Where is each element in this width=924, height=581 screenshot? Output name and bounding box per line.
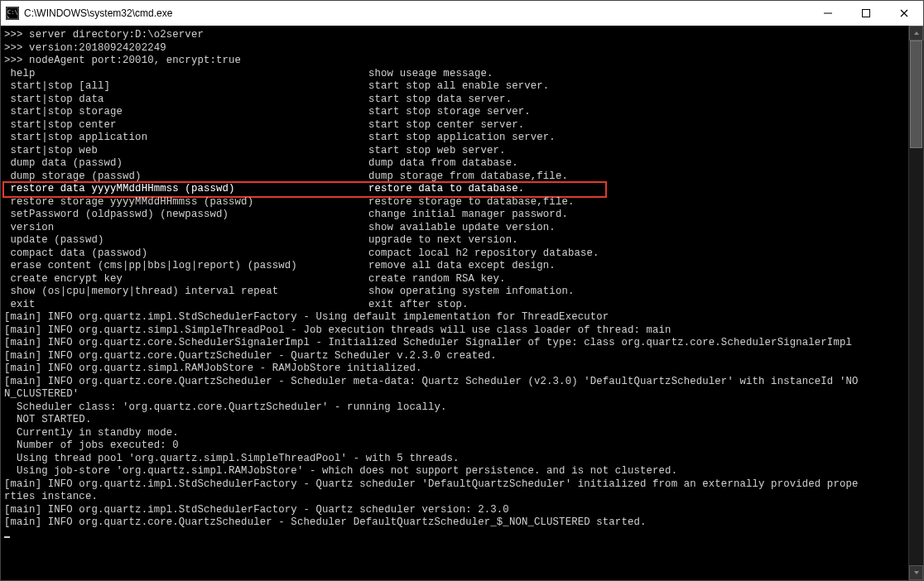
help-cmd: create encrypt key [4,273,368,286]
prompt-line: >>> nodeAgent port:20010, encrypt:true [4,55,905,68]
help-row: update (passwd) upgrade to next version. [4,234,905,247]
help-desc: start stop all enable server. [368,80,549,94]
help-desc: restore data to database. [368,183,524,196]
help-desc: start stop storage server. [368,106,531,119]
help-desc: compact local h2 repository database. [368,247,599,261]
console-area: >>> server directory:D:\o2server>>> vers… [1,26,923,580]
help-row: start|stop storage start stop storage se… [4,106,905,119]
help-desc: start stop center server. [368,119,524,132]
help-cmd: update (passwd) [4,234,368,247]
maximize-button[interactable] [847,1,885,26]
window-title: C:\WINDOWS\system32\cmd.exe [24,7,809,19]
help-row: start|stop application start stop applic… [4,132,905,145]
help-cmd: version [4,222,368,235]
help-row: help show useage message. [4,68,905,81]
help-row: compact data (passwod) compact local h2 … [4,247,905,261]
scroll-up-button[interactable] [909,26,923,41]
help-row: restore data yyyyMMddHHmmss (passwd) res… [4,183,905,196]
log-line: [main] INFO org.quartz.simpl.SimpleThrea… [4,324,905,338]
log-line: [main] INFO org.quartz.simpl.RAMJobStore… [4,363,905,376]
help-desc: show useage message. [368,68,493,81]
close-button[interactable] [885,1,923,26]
log-line: rties instance. [4,491,905,504]
help-cmd: setPassword (oldpasswd) (newpasswd) [4,209,368,222]
scroll-thumb[interactable] [910,41,922,148]
help-desc: start stop data server. [368,94,512,107]
log-line: Number of jobs executed: 0 [4,439,905,453]
log-line: NOT STARTED. [4,414,905,427]
help-row: start|stop web start stop web server. [4,145,905,158]
help-row: start|stop data start stop data server. [4,94,905,107]
log-line: Currently in standby mode. [4,427,905,440]
scroll-down-button[interactable] [909,565,923,580]
help-cmd: start|stop data [4,94,368,107]
log-line: Using job-store 'org.quartz.simpl.RAMJob… [4,465,905,478]
cmd-icon: C:\ [6,7,19,20]
help-cmd: start|stop storage [4,106,368,119]
prompt-line: >>> server directory:D:\o2server [4,29,905,42]
log-line: [main] INFO org.quartz.core.SchedulerSig… [4,337,905,350]
vertical-scrollbar[interactable] [908,26,923,580]
help-cmd: dump data (passwd) [4,157,368,170]
minimize-button[interactable] [809,1,847,26]
help-row: start|stop center start stop center serv… [4,119,905,132]
svg-rect-3 [824,13,832,14]
help-desc: start stop application server. [368,132,556,145]
help-desc: dump data from database. [368,157,518,170]
help-cmd: start|stop application [4,132,368,145]
help-desc: upgrade to next version. [368,234,518,247]
help-cmd: help [4,68,368,81]
log-line: [main] INFO org.quartz.impl.StdScheduler… [4,504,905,517]
help-row: exit exit after stop. [4,299,905,312]
cmd-window: C:\ C:\WINDOWS\system32\cmd.exe >>> serv… [0,0,924,581]
help-desc: create random RSA key. [368,273,506,286]
log-line: [main] INFO org.quartz.impl.StdScheduler… [4,311,905,324]
log-line: N_CLUSTERED' [4,388,905,401]
titlebar[interactable]: C:\ C:\WINDOWS\system32\cmd.exe [1,1,923,26]
help-desc: change initial manager password. [368,209,568,222]
prompt-line: >>> version:20180924202249 [4,42,905,55]
help-cmd: restore storage yyyyMMddHHmmss (passwd) [4,196,368,209]
log-line: [main] INFO org.quartz.core.QuartzSchedu… [4,516,905,530]
help-cmd: start|stop center [4,119,368,132]
help-cmd: exit [4,299,368,312]
help-cmd: erase content (cms|pp|bbs|log|report) (p… [4,260,368,273]
log-line: [main] INFO org.quartz.core.QuartzSchedu… [4,350,905,363]
log-line: [main] INFO org.quartz.core.QuartzSchedu… [4,376,905,389]
help-row: version show available update version. [4,222,905,235]
svg-rect-4 [863,10,870,17]
help-row: create encrypt key create random RSA key… [4,273,905,286]
help-desc: start stop web server. [368,145,506,158]
log-line: [main] INFO org.quartz.impl.StdScheduler… [4,478,905,492]
help-desc: show operating system infomation. [368,286,574,299]
help-row: start|stop [all] start stop all enable s… [4,80,905,94]
help-desc: show available update version. [368,222,556,235]
help-cmd: start|stop web [4,145,368,158]
help-row: show (os|cpu|memory|thread) interval rep… [4,286,905,299]
scroll-track[interactable] [909,41,923,565]
log-line: Using thread pool 'org.quartz.simpl.Simp… [4,453,905,466]
svg-text:C:\: C:\ [7,9,18,16]
input-line[interactable] [4,530,905,543]
help-desc: remove all data except design. [368,260,556,273]
help-cmd: show (os|cpu|memory|thread) interval rep… [4,286,368,299]
help-desc: exit after stop. [368,299,468,312]
help-cmd: start|stop [all] [4,80,368,94]
help-cmd: restore data yyyyMMddHHmmss (passwd) [4,183,368,196]
cursor [4,536,10,538]
console-output[interactable]: >>> server directory:D:\o2server>>> vers… [1,26,908,580]
help-row: setPassword (oldpasswd) (newpasswd) chan… [4,209,905,222]
help-desc: restore storage to database,file. [368,196,574,209]
help-row: restore storage yyyyMMddHHmmss (passwd) … [4,196,905,209]
log-line: Scheduler class: 'org.quartz.core.Quartz… [4,401,905,415]
help-row: erase content (cms|pp|bbs|log|report) (p… [4,260,905,273]
help-cmd: compact data (passwod) [4,247,368,261]
help-row: dump data (passwd) dump data from databa… [4,157,905,170]
